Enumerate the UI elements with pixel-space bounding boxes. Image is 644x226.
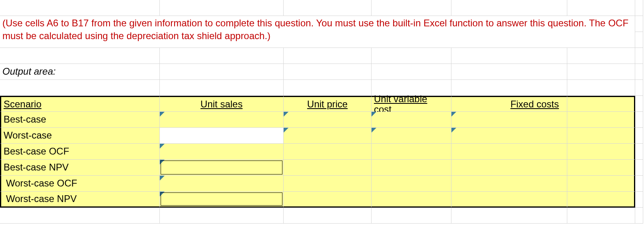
spreadsheet-grid: (Use cells A6 to B17 from the given info… (0, 0, 644, 224)
comment-flag-icon (284, 128, 288, 133)
cell-F12[interactable] (567, 176, 635, 192)
cell-D14[interactable] (372, 208, 451, 224)
cell-G5[interactable] (635, 64, 643, 80)
input-best-unit-var-cost[interactable] (372, 112, 451, 128)
cell-E5[interactable] (451, 64, 567, 80)
header-unit-price: Unit price (284, 96, 372, 112)
comment-flag-icon (372, 128, 376, 133)
cell-A14[interactable] (0, 208, 160, 224)
cell-E1[interactable] (451, 0, 567, 16)
cell-F8[interactable] (567, 112, 635, 128)
cell-B1[interactable] (160, 0, 284, 16)
input-worst-fixed-costs[interactable] (451, 128, 567, 144)
cell-F5[interactable] (567, 64, 635, 80)
cell-G14[interactable] (635, 208, 643, 224)
comment-flag-icon (160, 160, 165, 165)
cell-E14[interactable] (451, 208, 567, 224)
header-fixed-costs: Fixed costs (451, 96, 567, 112)
cell-E13[interactable] (451, 192, 567, 208)
cell-D13[interactable] (372, 192, 451, 208)
cell-C1[interactable] (284, 0, 372, 16)
cell-G6[interactable] (635, 80, 643, 96)
cell-E12[interactable] (451, 176, 567, 192)
cell-C5[interactable] (284, 64, 372, 80)
cell-D4[interactable] (372, 48, 451, 64)
output-area-label: Output area: (0, 64, 160, 80)
instruction-text: (Use cells A6 to B17 from the given info… (0, 16, 635, 48)
cell-A4[interactable] (0, 48, 160, 64)
cell-G10[interactable] (635, 144, 643, 160)
input-best-unit-price[interactable] (284, 112, 372, 128)
cell-G7[interactable] (635, 96, 643, 112)
cell-F10[interactable] (567, 144, 635, 160)
cell-F7[interactable] (567, 96, 635, 112)
cell-G3[interactable] (635, 32, 643, 48)
cell-D5[interactable] (372, 64, 451, 80)
row-label-worst-ocf: Worst-case OCF (0, 176, 160, 192)
cell-F14[interactable] (567, 208, 635, 224)
cell-F9[interactable] (567, 128, 635, 144)
comment-flag-icon (372, 112, 376, 117)
comment-flag-icon (451, 128, 456, 133)
cell-C14[interactable] (284, 208, 372, 224)
cell-G2[interactable] (635, 16, 643, 32)
cell-D12[interactable] (372, 176, 451, 192)
cell-E4[interactable] (451, 48, 567, 64)
cell-D11[interactable] (372, 160, 451, 176)
input-worst-unit-var-cost[interactable] (372, 128, 451, 144)
header-unit-var-cost: Unit variable cost (372, 96, 451, 112)
cell-C13[interactable] (284, 192, 372, 208)
cell-F4[interactable] (567, 48, 635, 64)
input-worst-ocf[interactable] (160, 176, 284, 192)
cell-C6[interactable] (284, 80, 372, 96)
cell-E10[interactable] (451, 144, 567, 160)
input-worst-npv[interactable] (160, 192, 284, 208)
cell-B6[interactable] (160, 80, 284, 96)
cell-G13[interactable] (635, 192, 643, 208)
cell-E6[interactable] (451, 80, 567, 96)
comment-flag-icon (160, 112, 165, 117)
cell-F6[interactable] (567, 80, 635, 96)
comment-flag-icon (284, 112, 288, 117)
cell-F1[interactable] (567, 0, 635, 16)
cell-A6[interactable] (0, 80, 160, 96)
cell-G8[interactable] (635, 112, 643, 128)
comment-flag-icon (160, 176, 165, 180)
input-best-unit-sales[interactable] (160, 112, 284, 128)
input-best-npv[interactable] (160, 160, 284, 176)
cell-C10[interactable] (284, 144, 372, 160)
input-worst-unit-sales[interactable] (160, 128, 284, 144)
comment-flag-icon (160, 192, 165, 196)
row-label-best-npv: Best-case NPV (0, 160, 160, 176)
cell-F11[interactable] (567, 160, 635, 176)
cell-C12[interactable] (284, 176, 372, 192)
row-label-best-ocf: Best-case OCF (0, 144, 160, 160)
input-worst-unit-price[interactable] (284, 128, 372, 144)
cell-C11[interactable] (284, 160, 372, 176)
comment-flag-icon (451, 112, 456, 117)
header-unit-sales: Unit sales (160, 96, 284, 112)
cell-B5[interactable] (160, 64, 284, 80)
cell-B4[interactable] (160, 48, 284, 64)
cell-B14[interactable] (160, 208, 284, 224)
input-best-fixed-costs[interactable] (451, 112, 567, 128)
cell-G9[interactable] (635, 128, 643, 144)
cell-E11[interactable] (451, 160, 567, 176)
cell-C4[interactable] (284, 48, 372, 64)
row-label-worst-npv: Worst-case NPV (0, 192, 160, 208)
cell-G4[interactable] (635, 48, 643, 64)
cell-G12[interactable] (635, 176, 643, 192)
cell-G1[interactable] (635, 0, 643, 16)
cell-D10[interactable] (372, 144, 451, 160)
comment-flag-icon (160, 144, 165, 149)
cell-D1[interactable] (372, 0, 451, 16)
cell-F13[interactable] (567, 192, 635, 208)
row-label-worst-case: Worst-case (0, 128, 160, 144)
row-label-best-case: Best-case (0, 112, 160, 128)
cell-G11[interactable] (635, 160, 643, 176)
cell-A1[interactable] (0, 0, 160, 16)
header-scenario: Scenario (0, 96, 160, 112)
input-best-ocf[interactable] (160, 144, 284, 160)
